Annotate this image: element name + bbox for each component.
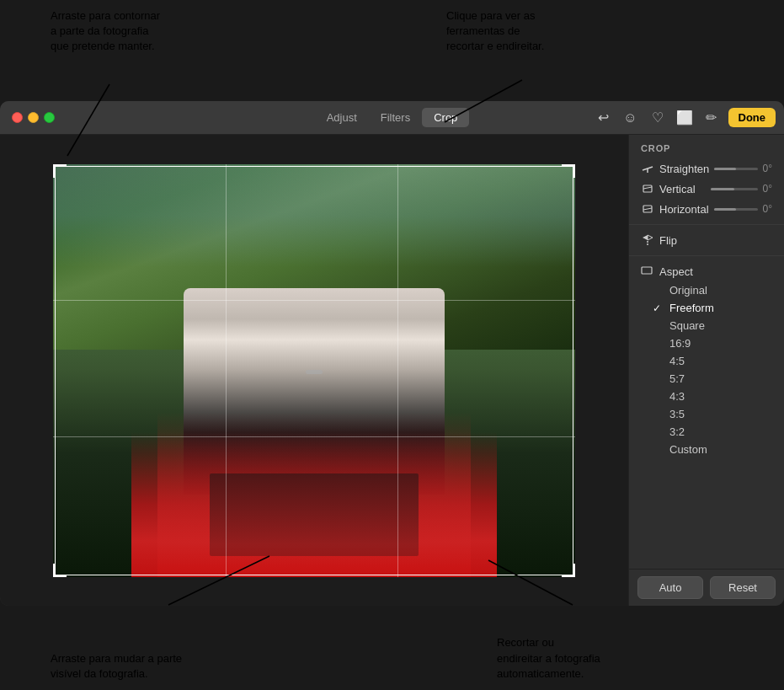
toolbar-right: ↩ ☺ ♡ ⬜ ✏ Done <box>594 108 776 128</box>
svg-line-9 <box>643 208 652 210</box>
divider-2 <box>629 255 784 256</box>
photo-area[interactable] <box>0 135 628 606</box>
straighten-section: Straighten 0° Vertical <box>629 158 784 219</box>
minimize-button[interactable] <box>28 112 39 123</box>
divider-1 <box>629 224 784 225</box>
panel-title: CROP <box>629 135 784 158</box>
main-window: Adjust Filters Crop ↩ ☺ ♡ ⬜ ✏ Done <box>0 101 784 606</box>
svg-line-7 <box>643 187 652 189</box>
annotation-auto-crop: Recortar ou endireitar a fotografia auto… <box>497 635 665 682</box>
vertical-slider[interactable] <box>711 188 757 190</box>
photo-image <box>53 164 575 577</box>
undo-icon[interactable]: ↩ <box>594 108 614 128</box>
annotation-drag-pan: Arraste para mudar a parte visível da fo… <box>51 651 219 682</box>
flip-label: Flip <box>659 234 772 247</box>
share-icon[interactable]: ⬜ <box>675 108 695 128</box>
maximize-button[interactable] <box>44 112 55 123</box>
aspect-4-5[interactable]: 4:5 <box>629 352 784 370</box>
aspect-3-2[interactable]: 3:2 <box>629 423 784 441</box>
close-button[interactable] <box>12 112 23 123</box>
aspect-header[interactable]: Aspect <box>629 261 784 281</box>
aspect-list: Original ✓ Freeform Square 16:9 4:5 <box>629 281 784 458</box>
straighten-icon <box>641 162 654 175</box>
aspect-square[interactable]: Square <box>629 317 784 334</box>
edit-icon[interactable]: ✏ <box>701 108 722 128</box>
horizontal-value: 0° <box>763 203 772 215</box>
bottom-buttons: Auto Reset <box>629 569 784 606</box>
aspect-label: Aspect <box>659 265 693 278</box>
annotation-crop-tools: Clique para ver as ferramentas de recort… <box>446 8 615 55</box>
tab-crop[interactable]: Crop <box>422 108 469 127</box>
aspect-custom[interactable]: Custom <box>629 441 784 458</box>
svg-rect-11 <box>642 267 652 274</box>
aspect-freeform[interactable]: ✓ Freeform <box>629 299 784 317</box>
aspect-icon <box>641 265 654 278</box>
reset-button[interactable]: Reset <box>710 576 776 599</box>
straighten-row[interactable]: Straighten 0° <box>636 158 777 179</box>
heart-icon[interactable]: ♡ <box>648 108 668 128</box>
vertical-icon <box>641 182 654 195</box>
right-panel: CROP Straighten 0° <box>628 135 784 606</box>
flip-row[interactable]: Flip <box>629 230 784 250</box>
horizontal-slider[interactable] <box>714 208 758 211</box>
vertical-value: 0° <box>763 183 772 195</box>
horizontal-row[interactable]: Horizontal 0° <box>636 199 777 219</box>
straighten-value: 0° <box>763 163 772 174</box>
straighten-slider[interactable] <box>714 168 757 170</box>
face-icon[interactable]: ☺ <box>621 108 641 128</box>
aspect-16-9[interactable]: 16:9 <box>629 334 784 352</box>
annotation-drag-crop: Arraste para contornar a parte da fotogr… <box>51 8 219 55</box>
aspect-3-5[interactable]: 3:5 <box>629 405 784 423</box>
content-area: CROP Straighten 0° <box>0 135 784 606</box>
tabs: Adjust Filters Crop <box>315 108 470 127</box>
flip-icon <box>641 233 654 247</box>
horizontal-label: Horizontal <box>659 203 709 216</box>
horizontal-icon <box>641 202 654 216</box>
tab-adjust[interactable]: Adjust <box>315 108 369 127</box>
aspect-5-7[interactable]: 5:7 <box>629 370 784 388</box>
titlebar: Adjust Filters Crop ↩ ☺ ♡ ⬜ ✏ Done <box>0 101 784 135</box>
vertical-label: Vertical <box>659 183 706 195</box>
aspect-4-3[interactable]: 4:3 <box>629 388 784 405</box>
done-button[interactable]: Done <box>728 108 776 127</box>
auto-button[interactable]: Auto <box>637 576 703 599</box>
traffic-lights <box>12 112 55 123</box>
aspect-original[interactable]: Original <box>629 281 784 299</box>
straighten-label: Straighten <box>659 163 709 175</box>
photo-container <box>53 164 575 577</box>
vertical-row[interactable]: Vertical 0° <box>636 179 777 199</box>
tab-filters[interactable]: Filters <box>369 108 422 127</box>
